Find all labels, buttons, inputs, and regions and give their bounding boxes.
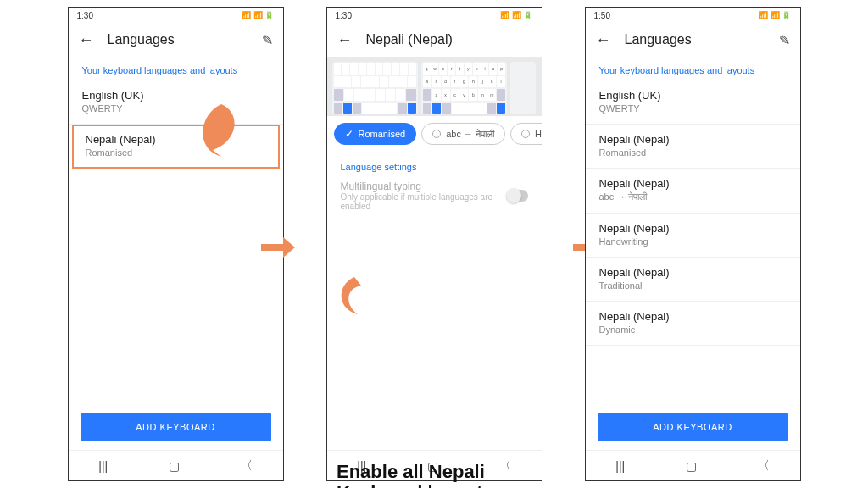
annotation-arrow-icon bbox=[332, 270, 379, 324]
language-item-highlighted[interactable]: Nepali (Nepal) Romanised bbox=[72, 125, 280, 169]
status-icons: 📶 📶 🔋 bbox=[242, 11, 274, 19]
page-title: Nepali (Nepal) bbox=[366, 32, 531, 47]
language-layout: abc → नेपाली bbox=[599, 191, 787, 202]
chip-label: abc → नेपाली bbox=[446, 129, 494, 140]
check-icon: ✓ bbox=[345, 128, 353, 140]
language-item[interactable]: English (UK) QWERTY bbox=[69, 80, 283, 125]
step-arrow-icon bbox=[261, 236, 295, 259]
back-icon[interactable]: ← bbox=[337, 31, 353, 49]
language-item[interactable]: Nepali (Nepal) Romanised bbox=[586, 125, 800, 169]
back-nav-icon[interactable]: 〈 bbox=[241, 458, 253, 474]
keyboard-layout-preview[interactable]: qwertyuiop asdfghjkl zxcvbnm bbox=[421, 62, 507, 114]
language-layout: Handwriting bbox=[599, 236, 787, 247]
phone-screen-1: 1:30 📶 📶 🔋 ← Languages ✎ Your keyboard l… bbox=[68, 7, 284, 481]
keyboard-layout-preview[interactable] bbox=[332, 62, 418, 114]
annotation-arrow-icon bbox=[187, 97, 247, 168]
language-name: Nepali (Nepal) bbox=[599, 266, 787, 279]
multilingual-sub: Only applicable if multiple languages ar… bbox=[341, 192, 507, 211]
language-name: Nepali (Nepal) bbox=[599, 133, 787, 146]
language-layout: QWERTY bbox=[599, 103, 787, 114]
radio-icon bbox=[432, 130, 441, 138]
language-item[interactable]: Nepali (Nepal) Handwriting bbox=[586, 214, 800, 258]
language-item[interactable]: Nepali (Nepal) abc → नेपाली bbox=[586, 169, 800, 214]
status-icons: 📶 📶 🔋 bbox=[500, 11, 532, 19]
app-bar: ← Languages ✎ bbox=[69, 23, 283, 57]
edit-icon[interactable]: ✎ bbox=[779, 32, 790, 48]
multilingual-typing-row: Multilingual typing Only applicable if m… bbox=[327, 175, 542, 219]
chip-abc-nepali[interactable]: abc → नेपाली bbox=[421, 123, 505, 145]
home-icon[interactable]: ▢ bbox=[169, 459, 180, 473]
app-bar: ← Languages ✎ bbox=[586, 23, 800, 57]
status-bar: 1:50 📶 📶 🔋 bbox=[586, 8, 800, 23]
language-item[interactable]: Nepali (Nepal) Traditional bbox=[586, 258, 800, 302]
page-title: Languages bbox=[625, 32, 765, 47]
nav-bar: ||| ▢ 〈 bbox=[69, 450, 283, 480]
annotation-text: Enable all Nepali Keyboard layout bbox=[337, 461, 531, 488]
chip-handwriting[interactable]: Hand bbox=[510, 123, 542, 145]
language-list: English (UK) QWERTY Nepali (Nepal) Roman… bbox=[586, 80, 800, 406]
recents-icon[interactable]: ||| bbox=[98, 459, 108, 473]
status-bar: 1:30 📶 📶 🔋 bbox=[69, 8, 283, 23]
layout-chips: ✓Romanised abc → नेपाली Hand bbox=[327, 116, 542, 152]
phone-screen-3: 1:50 📶 📶 🔋 ← Languages ✎ Your keyboard l… bbox=[585, 7, 801, 481]
clock: 1:30 bbox=[77, 11, 93, 20]
back-icon[interactable]: ← bbox=[596, 31, 611, 49]
language-settings-label: Language settings bbox=[327, 152, 542, 175]
add-keyboard-button[interactable]: ADD KEYBOARD bbox=[81, 413, 271, 441]
language-layout: Traditional bbox=[599, 280, 787, 291]
multilingual-switch[interactable] bbox=[506, 190, 527, 202]
page-title: Languages bbox=[108, 32, 248, 47]
status-icons: 📶 📶 🔋 bbox=[759, 11, 791, 19]
chip-label: Hand bbox=[535, 129, 542, 139]
back-icon[interactable]: ← bbox=[79, 31, 94, 49]
section-label: Your keyboard languages and layouts bbox=[586, 57, 800, 80]
language-layout: Dynamic bbox=[599, 324, 787, 335]
app-bar: ← Nepali (Nepal) bbox=[327, 23, 542, 57]
keyboard-layout-preview[interactable] bbox=[510, 62, 536, 114]
clock: 1:30 bbox=[336, 11, 352, 20]
language-name: Nepali (Nepal) bbox=[599, 177, 787, 190]
language-layout: Romanised bbox=[599, 147, 787, 158]
keyboard-preview: qwertyuiop asdfghjkl zxcvbnm bbox=[327, 57, 542, 116]
language-item[interactable]: English (UK) QWERTY bbox=[586, 80, 800, 125]
multilingual-title: Multilingual typing bbox=[341, 180, 507, 192]
home-icon[interactable]: ▢ bbox=[686, 459, 697, 473]
status-bar: 1:30 📶 📶 🔋 bbox=[327, 8, 542, 23]
language-name: English (UK) bbox=[599, 89, 787, 102]
section-label: Your keyboard languages and layouts bbox=[69, 57, 283, 80]
language-name: Nepali (Nepal) bbox=[599, 310, 787, 323]
language-item[interactable]: Nepali (Nepal) Dynamic bbox=[586, 302, 800, 346]
chip-label: Romanised bbox=[359, 129, 406, 139]
edit-icon[interactable]: ✎ bbox=[262, 32, 273, 48]
language-list: English (UK) QWERTY Nepali (Nepal) Roman… bbox=[69, 80, 283, 406]
back-nav-icon[interactable]: 〈 bbox=[758, 458, 770, 474]
language-name: Nepali (Nepal) bbox=[599, 222, 787, 235]
chip-romanised[interactable]: ✓Romanised bbox=[334, 123, 417, 145]
recents-icon[interactable]: ||| bbox=[615, 459, 625, 473]
phone-screen-2: 1:30 📶 📶 🔋 ← Nepali (Nepal) qwertyuiop a… bbox=[326, 7, 542, 481]
add-keyboard-button[interactable]: ADD KEYBOARD bbox=[598, 413, 788, 441]
radio-icon bbox=[521, 130, 530, 138]
clock: 1:50 bbox=[594, 11, 610, 20]
nav-bar: ||| ▢ 〈 bbox=[586, 450, 800, 480]
